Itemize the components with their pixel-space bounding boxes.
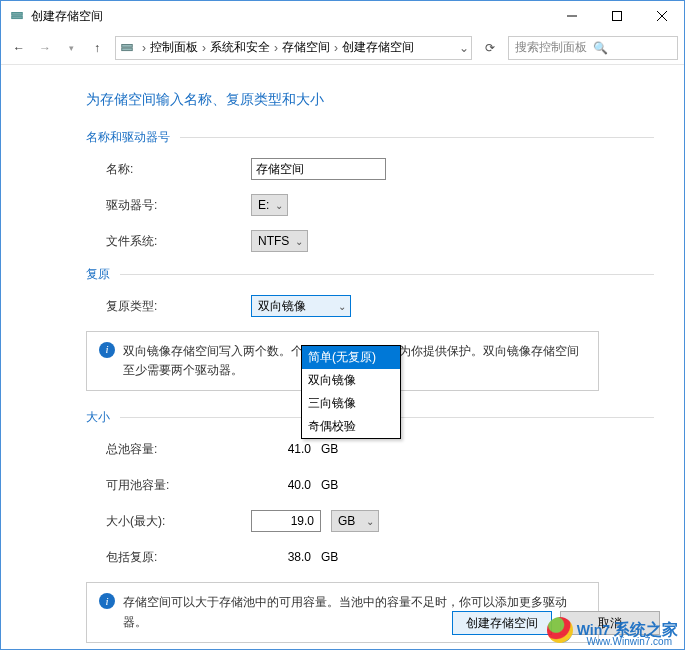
recent-dropdown[interactable]: ▾ — [59, 36, 83, 60]
refresh-button[interactable]: ⟳ — [478, 36, 502, 60]
window-controls — [549, 1, 684, 31]
dropdown-option[interactable]: 双向镜像 — [302, 369, 400, 392]
resiliency-select[interactable]: 双向镜像 ⌄ — [251, 295, 351, 317]
chevron-down-icon: ⌄ — [295, 236, 303, 247]
name-input[interactable] — [251, 158, 386, 180]
svg-rect-3 — [612, 12, 621, 21]
page-title: 为存储空间输入名称、复原类型和大小 — [86, 91, 654, 109]
dropdown-option[interactable]: 简单(无复原) — [302, 346, 400, 369]
incl-unit: GB — [321, 550, 361, 564]
name-label: 名称: — [106, 161, 251, 178]
chevron-down-icon: ⌄ — [366, 516, 374, 527]
breadcrumb-sep: › — [140, 41, 148, 55]
info-icon: i — [99, 593, 115, 609]
chevron-down-icon: ⌄ — [338, 301, 346, 312]
drive-row: 驱动器号: E: ⌄ — [106, 194, 654, 216]
drive-select[interactable]: E: ⌄ — [251, 194, 288, 216]
fs-select[interactable]: NTFS ⌄ — [251, 230, 308, 252]
max-unit-select[interactable]: GB ⌄ — [331, 510, 379, 532]
chevron-down-icon: ⌄ — [275, 200, 283, 211]
avail-label: 可用池容量: — [106, 477, 251, 494]
resiliency-dropdown-list: 简单(无复原) 双向镜像 三向镜像 奇偶校验 — [301, 345, 401, 439]
svg-rect-1 — [12, 16, 23, 19]
content-area: 为存储空间输入名称、复原类型和大小 名称和驱动器号 名称: 驱动器号: E: ⌄… — [1, 65, 684, 649]
cancel-button[interactable]: 取消 — [560, 611, 660, 635]
svg-rect-7 — [122, 48, 133, 51]
breadcrumb-seg[interactable]: 控制面板 — [148, 39, 200, 56]
maximize-button[interactable] — [594, 1, 639, 31]
app-icon — [9, 8, 25, 24]
avail-unit: GB — [321, 478, 361, 492]
total-unit: GB — [321, 442, 361, 456]
fs-label: 文件系统: — [106, 233, 251, 250]
drive-icon — [120, 40, 136, 56]
dropdown-option[interactable]: 奇偶校验 — [302, 415, 400, 438]
breadcrumb-sep: › — [332, 41, 340, 55]
minimize-button[interactable] — [549, 1, 594, 31]
avail-row: 可用池容量: 40.0 GB — [106, 474, 654, 496]
svg-rect-0 — [12, 13, 23, 16]
resiliency-row: 复原类型: 双向镜像 ⌄ — [106, 295, 654, 317]
breadcrumb[interactable]: › 控制面板 › 系统和安全 › 存储空间 › 创建存储空间 ⌄ — [115, 36, 472, 60]
fs-row: 文件系统: NTFS ⌄ — [106, 230, 654, 252]
search-placeholder: 搜索控制面板 — [515, 39, 593, 56]
section-resiliency: 复原 — [86, 266, 654, 283]
chevron-down-icon[interactable]: ⌄ — [457, 41, 471, 55]
dropdown-option[interactable]: 三向镜像 — [302, 392, 400, 415]
info-icon: i — [99, 342, 115, 358]
max-label: 大小(最大): — [106, 513, 251, 530]
search-input[interactable]: 搜索控制面板 🔍 — [508, 36, 678, 60]
incl-label: 包括复原: — [106, 549, 251, 566]
breadcrumb-seg[interactable]: 创建存储空间 — [340, 39, 416, 56]
resiliency-label: 复原类型: — [106, 298, 251, 315]
back-button[interactable]: ← — [7, 36, 31, 60]
breadcrumb-sep: › — [272, 41, 280, 55]
window-title: 创建存储空间 — [31, 8, 549, 25]
max-input[interactable] — [251, 510, 321, 532]
search-icon: 🔍 — [593, 41, 671, 55]
drive-label: 驱动器号: — [106, 197, 251, 214]
app-window: 创建存储空间 ← → ▾ ↑ › 控制面板 › 系统和安全 › 存储空间 › 创… — [0, 0, 685, 650]
dialog-buttons: 创建存储空间 取消 — [452, 611, 660, 635]
breadcrumb-sep: › — [200, 41, 208, 55]
title-bar: 创建存储空间 — [1, 1, 684, 31]
max-row: 大小(最大): GB ⌄ — [106, 510, 654, 532]
forward-button[interactable]: → — [33, 36, 57, 60]
incl-row: 包括复原: 38.0 GB — [106, 546, 654, 568]
name-row: 名称: — [106, 158, 654, 180]
total-value: 41.0 — [251, 442, 321, 456]
nav-bar: ← → ▾ ↑ › 控制面板 › 系统和安全 › 存储空间 › 创建存储空间 ⌄… — [1, 31, 684, 65]
total-row: 总池容量: 41.0 GB — [106, 438, 654, 460]
avail-value: 40.0 — [251, 478, 321, 492]
section-name-drive: 名称和驱动器号 — [86, 129, 654, 146]
svg-rect-6 — [122, 44, 133, 47]
close-button[interactable] — [639, 1, 684, 31]
up-button[interactable]: ↑ — [85, 36, 109, 60]
incl-value: 38.0 — [251, 550, 321, 564]
breadcrumb-seg[interactable]: 存储空间 — [280, 39, 332, 56]
total-label: 总池容量: — [106, 441, 251, 458]
create-button[interactable]: 创建存储空间 — [452, 611, 552, 635]
breadcrumb-seg[interactable]: 系统和安全 — [208, 39, 272, 56]
